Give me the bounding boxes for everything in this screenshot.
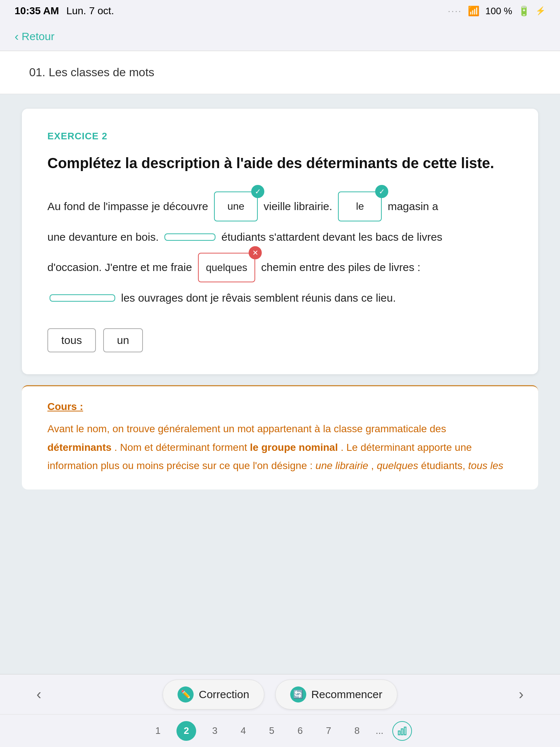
header-section: 01. Les classes de mots <box>0 51 560 94</box>
nav-bar: ‹ Retour <box>0 22 560 51</box>
text-before-input4: d'occasion. J'entre et me fraie <box>47 255 192 279</box>
inline-input-1: une ✓ <box>214 191 258 221</box>
page-2[interactable]: 2 <box>176 721 196 741</box>
page-4[interactable]: 4 <box>233 721 253 741</box>
check-badge-1: ✓ <box>251 185 264 198</box>
word-bank: tous un <box>47 328 513 352</box>
cours-italic-2: quelques <box>377 460 418 471</box>
text-mid-1: vieille librairie. <box>264 194 332 218</box>
word-chip-tous[interactable]: tous <box>47 328 96 352</box>
text-line-1: Au fond de l'impasse je découvre une ✓ v… <box>47 191 513 221</box>
page-8[interactable]: 8 <box>347 721 367 741</box>
cours-text-4: étudiants, <box>421 460 465 471</box>
recommencer-button[interactable]: 🔄 Recommencer <box>275 680 397 709</box>
text-line-4: les ouvrages dont je rêvais semblent réu… <box>47 286 513 310</box>
text-line-3: d'occasion. J'entre et me fraie quelques… <box>47 253 513 283</box>
input-box-1[interactable]: une <box>214 191 258 221</box>
exercise-instruction: Complétez la description à l'aide des dé… <box>47 153 513 173</box>
word-chip-un[interactable]: un <box>103 328 143 352</box>
wifi-icon: 📶 <box>468 5 479 17</box>
svg-rect-2 <box>404 727 406 735</box>
svg-rect-0 <box>398 731 400 735</box>
battery-level: 100 % <box>485 5 512 17</box>
exercise-label: EXERCICE 2 <box>47 131 513 142</box>
text-before-input1: Au fond de l'impasse je découvre <box>47 194 208 218</box>
cours-text-2: . Nom et déterminant forment <box>114 442 247 453</box>
exercise-text: Au fond de l'impasse je découvre une ✓ v… <box>47 191 513 310</box>
page-7[interactable]: 7 <box>319 721 338 741</box>
status-bar: 10:35 AM Lun. 7 oct. ···· 📶 100 % 🔋 ⚡ <box>0 0 560 22</box>
inline-input-3 <box>164 233 215 241</box>
page-5[interactable]: 5 <box>262 721 281 741</box>
inline-input-5 <box>50 294 115 302</box>
back-chevron-icon: ‹ <box>15 29 19 43</box>
page-1[interactable]: 1 <box>148 721 168 741</box>
inline-input-4: quelques ✕ <box>198 253 256 283</box>
cours-italic-1: une librairie <box>315 460 368 471</box>
page-ellipsis: ... <box>376 725 384 736</box>
back-label: Retour <box>22 30 54 43</box>
cours-italic-3: tous les <box>468 460 503 471</box>
bottom-toolbar: ‹ ✏️ Correction 🔄 Recommencer › <box>0 674 560 714</box>
correction-button[interactable]: ✏️ Correction <box>163 680 264 709</box>
cross-badge-4: ✕ <box>249 246 262 259</box>
correction-icon: ✏️ <box>178 686 194 703</box>
inline-input-2: le ✓ <box>338 191 382 221</box>
cours-comma: , <box>371 460 374 471</box>
text-after-3: chemin entre des piles de livres : <box>261 255 420 279</box>
status-time: 10:35 AM <box>15 5 59 17</box>
back-button[interactable]: ‹ Retour <box>15 29 54 43</box>
header-title: 01. Les classes de mots <box>29 66 531 79</box>
next-page-button[interactable]: › <box>512 682 531 706</box>
cours-text-1: Avant le nom, on trouve généralement un … <box>47 423 446 434</box>
cours-bold-groupe: le groupe nominal <box>250 442 338 453</box>
recommencer-icon: 🔄 <box>290 686 306 703</box>
page-3[interactable]: 3 <box>205 721 225 741</box>
main-area: EXERCICE 2 Complétez la description à l'… <box>0 94 560 674</box>
status-date: Lun. 7 oct. <box>66 5 114 17</box>
cours-text: Avant le nom, on trouve généralement un … <box>47 420 513 475</box>
exercise-card: EXERCICE 2 Complétez la description à l'… <box>22 109 538 374</box>
text-after-1: magasin a <box>388 194 438 218</box>
text-after-4: les ouvrages dont je rêvais semblent réu… <box>121 286 396 310</box>
input-box-5[interactable] <box>50 294 115 302</box>
cours-bold-determinants: déterminants <box>47 442 112 453</box>
chart-icon <box>397 726 407 736</box>
text-line-2: une devanture en bois. étudiants s'attar… <box>47 225 513 249</box>
input-box-3[interactable] <box>164 233 215 241</box>
prev-page-button[interactable]: ‹ <box>29 682 48 706</box>
svg-rect-1 <box>401 729 403 735</box>
check-badge-2: ✓ <box>375 185 388 198</box>
correction-label: Correction <box>199 688 249 701</box>
page-6[interactable]: 6 <box>290 721 310 741</box>
cours-section: Cours : Avant le nom, on trouve générale… <box>22 385 538 489</box>
page-chart[interactable] <box>392 721 412 741</box>
input-box-4[interactable]: quelques <box>198 253 256 283</box>
recommencer-label: Recommencer <box>311 688 382 701</box>
input-box-2[interactable]: le <box>338 191 382 221</box>
page-indicator: 1 2 3 4 5 6 7 8 ... <box>0 714 560 747</box>
status-right: ···· 📶 100 % 🔋 ⚡ <box>448 5 545 17</box>
cours-title: Cours : <box>47 401 513 413</box>
text-before-input3: une devanture en bois. <box>47 225 159 249</box>
